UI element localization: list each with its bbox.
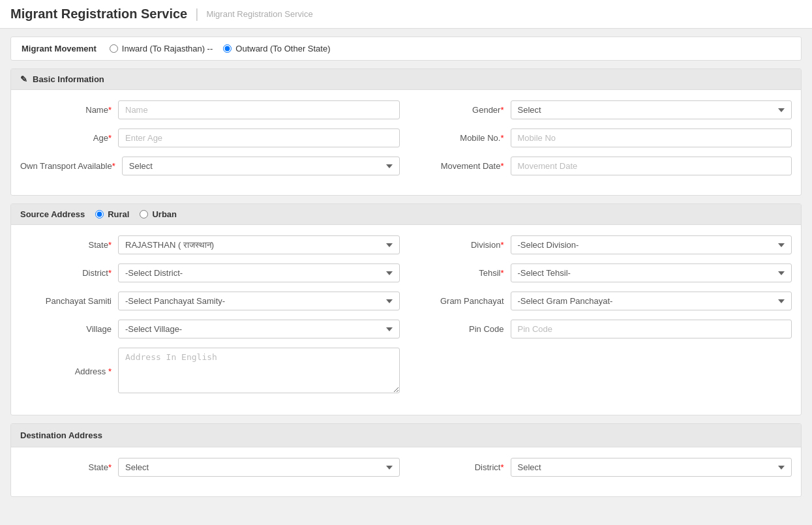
district-label: District*	[20, 268, 112, 278]
page-title: Migrant Registration Service	[10, 7, 187, 22]
address-textarea[interactable]	[118, 348, 400, 393]
age-group: Age*	[20, 128, 400, 147]
name-input[interactable]	[118, 100, 400, 119]
state-label: State*	[20, 240, 112, 250]
division-select[interactable]: -Select Division-	[511, 235, 792, 254]
name-group: Name*	[20, 100, 400, 119]
panchayat-select[interactable]: -Select Panchayat Samity-	[118, 292, 400, 310]
address-input-wrap	[118, 348, 400, 395]
mobile-input[interactable]	[511, 128, 792, 147]
basic-info-title: Basic Information	[33, 74, 104, 84]
radio-inward-input[interactable]	[110, 44, 118, 53]
tehsil-input-wrap: -Select Tehsil-	[511, 263, 792, 282]
division-group: Division* -Select Division-	[413, 235, 792, 254]
destination-address-section: Destination Address State* Select Dis	[10, 423, 802, 497]
source-row-1: State* RAJASTHAN ( राजस्थान) Division*	[20, 235, 792, 254]
district-group: District* -Select District-	[20, 263, 400, 282]
mobile-input-wrap	[511, 128, 792, 147]
header-divider: |	[195, 7, 198, 22]
mobile-label: Mobile No.*	[413, 133, 504, 143]
movement-date-input-wrap	[511, 157, 792, 175]
radio-outward[interactable]: Outward (To Other State)	[223, 44, 330, 53]
basic-info-row-1: Name* Gender* Select Male Female	[20, 100, 792, 119]
urban-radio[interactable]: Urban	[140, 209, 177, 219]
basic-info-section: ✎ Basic Information Name* Gender*	[10, 68, 802, 196]
tehsil-group: Tehsil* -Select Tehsil-	[413, 263, 792, 282]
transport-select[interactable]: Select Yes No	[122, 157, 400, 175]
address-group: Address *	[20, 348, 400, 395]
basic-info-row-3: Own Transport Available* Select Yes No M…	[20, 157, 792, 175]
dest-district-label: District*	[413, 462, 504, 472]
radio-outward-input[interactable]	[223, 44, 232, 53]
dest-district-select[interactable]: Select	[511, 458, 792, 477]
rural-radio-input[interactable]	[95, 210, 104, 218]
source-row-2: District* -Select District- Tehsil* -	[20, 263, 792, 282]
migrant-movement-radio-group: Inward (To Rajasthan) -- Outward (To Oth…	[110, 44, 331, 53]
radio-inward-label: Inward (To Rajasthan) --	[122, 44, 213, 53]
destination-address-header: Destination Address	[11, 424, 801, 447]
pincode-input[interactable]	[511, 320, 792, 338]
age-input[interactable]	[118, 128, 400, 147]
gram-select[interactable]: -Select Gram Panchayat-	[511, 292, 792, 310]
destination-address-body: State* Select District* Select	[11, 447, 801, 496]
transport-label: Own Transport Available*	[20, 161, 115, 171]
panchayat-label: Panchayat Samiti	[20, 296, 112, 306]
address-label: Address *	[20, 367, 112, 376]
urban-radio-input[interactable]	[140, 210, 148, 218]
source-address-header: Source Address Rural Urban	[11, 204, 801, 225]
village-input-wrap: -Select Village-	[118, 320, 400, 338]
tehsil-label: Tehsil*	[413, 268, 504, 278]
name-label: Name*	[20, 105, 112, 115]
village-select[interactable]: -Select Village-	[118, 320, 400, 338]
pincode-input-wrap	[511, 320, 792, 338]
division-input-wrap: -Select Division-	[511, 235, 792, 254]
gender-input-wrap: Select Male Female Other	[511, 100, 792, 119]
name-input-wrap	[118, 100, 400, 119]
tehsil-select[interactable]: -Select Tehsil-	[511, 263, 792, 282]
gram-group: Gram Panchayat -Select Gram Panchayat-	[413, 292, 792, 310]
dest-state-label: State*	[20, 462, 112, 472]
gender-group: Gender* Select Male Female Other	[413, 100, 792, 119]
source-address-title: Source Address	[20, 209, 85, 219]
movement-date-input[interactable]	[511, 157, 792, 175]
division-label: Division*	[413, 240, 504, 250]
transport-group: Own Transport Available* Select Yes No	[20, 157, 400, 175]
basic-info-row-2: Age* Mobile No.*	[20, 128, 792, 147]
migrant-movement-bar: Migrant Movement Inward (To Rajasthan) -…	[10, 37, 802, 61]
urban-label: Urban	[152, 209, 177, 219]
source-row-3: Panchayat Samiti -Select Panchayat Samit…	[20, 292, 792, 310]
district-select[interactable]: -Select District-	[118, 263, 400, 282]
source-address-section: Source Address Rural Urban State*	[10, 203, 802, 415]
source-row-5: Address *	[20, 348, 792, 395]
source-row-4: Village -Select Village- Pin Code	[20, 320, 792, 338]
basic-info-header: ✎ Basic Information	[11, 69, 801, 90]
mobile-group: Mobile No.*	[413, 128, 792, 147]
gram-input-wrap: -Select Gram Panchayat-	[511, 292, 792, 310]
page-header: Migrant Registration Service | Migrant R…	[0, 0, 812, 29]
transport-input-wrap: Select Yes No	[122, 157, 400, 175]
movement-date-label: Movement Date*	[413, 161, 504, 171]
age-label: Age*	[20, 133, 112, 143]
pincode-label: Pin Code	[413, 324, 504, 334]
state-select[interactable]: RAJASTHAN ( राजस्थान)	[118, 235, 400, 254]
gender-select[interactable]: Select Male Female Other	[511, 100, 792, 119]
dest-district-input-wrap: Select	[511, 458, 792, 477]
state-input-wrap: RAJASTHAN ( राजस्थान)	[118, 235, 400, 254]
radio-inward[interactable]: Inward (To Rajasthan) --	[110, 44, 213, 53]
village-group: Village -Select Village-	[20, 320, 400, 338]
pincode-group: Pin Code	[413, 320, 792, 338]
dest-state-select[interactable]: Select	[118, 458, 400, 477]
district-input-wrap: -Select District-	[118, 263, 400, 282]
radio-outward-label: Outward (To Other State)	[235, 44, 330, 53]
page-content: Migrant Movement Inward (To Rajasthan) -…	[0, 29, 812, 513]
migrant-movement-label: Migrant Movement	[22, 44, 97, 53]
source-address-body: State* RAJASTHAN ( राजस्थान) Division*	[11, 225, 801, 415]
rural-label: Rural	[108, 209, 129, 219]
state-group: State* RAJASTHAN ( राजस्थान)	[20, 235, 400, 254]
destination-address-title: Destination Address	[20, 430, 102, 440]
dest-row-1: State* Select District* Select	[20, 458, 792, 477]
movement-date-group: Movement Date*	[413, 157, 792, 175]
rural-radio[interactable]: Rural	[95, 209, 129, 219]
panchayat-group: Panchayat Samiti -Select Panchayat Samit…	[20, 292, 400, 310]
dest-district-group: District* Select	[413, 458, 792, 477]
